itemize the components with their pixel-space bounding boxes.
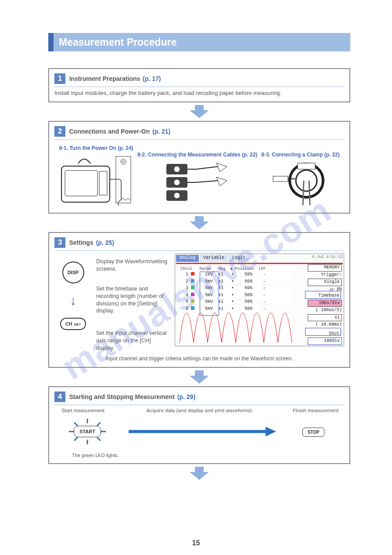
svg-rect-14	[298, 163, 315, 169]
svg-point-13	[296, 170, 317, 191]
timebase-value[interactable]: 10ms/div	[308, 300, 342, 307]
step-4-box: 4 Starting and Stopping Measurement (p. …	[48, 386, 350, 464]
scope-date: 8-Jul 9:51:22	[312, 255, 343, 259]
step-2-box: 2 Connections and Power-On (p. 21) 8-1. …	[48, 121, 350, 214]
step-3-link[interactable]: (p. 25)	[96, 239, 114, 246]
step-1-box: 1 Instrument Preparations (p. 17) Instal…	[48, 68, 350, 102]
table-row: 3 5mV x1 • 50% -	[180, 285, 266, 292]
svg-point-11	[174, 192, 180, 199]
highlight-shot	[305, 328, 341, 336]
shot-value[interactable]: 100div	[308, 337, 342, 345]
timebase-mag[interactable]: x1	[308, 314, 342, 322]
step3-text-2: Set the timebase and recording length (n…	[96, 285, 170, 315]
flow-arrow-icon	[190, 105, 209, 118]
ch-set-button[interactable]: CH .SET	[60, 318, 86, 330]
tab-analog[interactable]: Analog	[176, 255, 199, 262]
long-arrow-icon	[127, 425, 276, 438]
svg-rect-4	[116, 156, 131, 203]
flow-arrow-icon	[190, 467, 209, 480]
svg-marker-34	[266, 427, 276, 436]
trigger-value[interactable]: Single	[308, 279, 342, 286]
flow-arrow-icon	[190, 216, 209, 229]
step-4-link[interactable]: (p. 29)	[177, 393, 195, 400]
down-arrow-icon: ↓	[70, 293, 76, 308]
illustration-power-on: 8-1. Turn the Power On (p. 24)	[59, 145, 133, 207]
disp-button[interactable]: DISP	[62, 261, 84, 283]
tab-logic[interactable]: Logic	[229, 255, 249, 262]
illustration-caption: 8-2. Connecting the Measurement Cables (…	[137, 152, 257, 158]
svg-rect-2	[65, 170, 97, 196]
oscilloscope-screenshot: Analog Variable Logic 8-Jul 9:51:22	[175, 254, 344, 346]
illustration-caption: 8-3. Connecting a Clamp (p. 22)	[261, 152, 340, 158]
svg-marker-24	[190, 370, 209, 384]
stop-button[interactable]: STOP	[302, 428, 324, 437]
svg-marker-35	[190, 467, 209, 480]
step-3-number: 3	[54, 237, 65, 248]
table-row: 1 20V x1 • 50% -	[180, 271, 266, 278]
illustration-caption: 8-1. Turn the Power On (p. 24)	[59, 145, 133, 151]
ch-sublabel: .SET	[73, 323, 81, 326]
flow-arrow-icon	[190, 370, 209, 384]
step-1-body: Install input modules, charge the batter…	[54, 90, 344, 96]
acquire-label: Acquire data (and display and print wave…	[111, 408, 287, 413]
step-4-title: Starting and Stopping Measurement	[69, 393, 174, 400]
step-3-title: Settings	[69, 239, 93, 246]
stop-label: Finish measurement	[287, 408, 344, 413]
svg-point-7	[174, 166, 180, 172]
section-title-bar: Measurement Procedure	[48, 33, 350, 51]
mode-box[interactable]: MEMORY	[308, 264, 342, 272]
ch-label: CH	[65, 321, 72, 326]
table-row: 5 5mV x1 • 50% -	[180, 298, 266, 305]
table-row: 4 5mV x1 • 50% -	[180, 292, 266, 299]
step-2-number: 2	[54, 126, 65, 137]
step-1-title: Instrument Preparations	[69, 75, 140, 82]
start-button[interactable]: START	[74, 426, 101, 437]
step-2-link[interactable]: (p. 21)	[152, 128, 170, 135]
step-4-note: The green LED lights.	[54, 453, 344, 458]
svg-point-5	[121, 159, 126, 164]
start-label: Start measurement	[54, 408, 111, 413]
step-4-number: 4	[54, 392, 65, 402]
illustration-cables: 8-2. Connecting the Measurement Cables (…	[137, 152, 257, 207]
step3-text-1: Display the Waveform/setting screens.	[96, 258, 170, 273]
tab-variable[interactable]: Variable	[200, 255, 228, 262]
timebase-sub1: ( 100us/S)	[316, 308, 342, 312]
step-1-link[interactable]: (p. 17)	[143, 75, 161, 82]
highlight-range-column	[200, 272, 219, 316]
svg-line-30	[97, 423, 100, 425]
highlight-timebase	[305, 291, 341, 299]
step3-text-3: Set the input channel vertical axis rang…	[96, 330, 170, 352]
step-1-number: 1	[54, 73, 65, 84]
step-2-title: Connections and Power-On	[69, 128, 150, 135]
table-header: ChCol Range Mag ◆ Position LPF	[180, 266, 266, 271]
page-number: 15	[192, 539, 200, 547]
illustration-clamp: 8-3. Connecting a Clamp (p. 22)	[261, 152, 340, 207]
svg-point-9	[174, 179, 180, 185]
section-title: Measurement Procedure	[54, 33, 350, 51]
svg-line-32	[97, 438, 100, 440]
trigger-label: Trigger:	[321, 272, 342, 277]
step-3-box: 3 Settings (p. 25) DISP ↓ CH .SET Displa…	[48, 232, 350, 368]
table-row: 6 5mV x1 • 50% -	[180, 305, 266, 312]
svg-line-29	[75, 423, 77, 425]
svg-marker-17	[190, 216, 209, 229]
timebase-sub3: ( 10.00ms)	[316, 322, 342, 327]
svg-marker-0	[190, 105, 209, 118]
svg-line-31	[75, 438, 77, 440]
step-3-note: Input channel and trigger criteria setti…	[54, 355, 344, 362]
table-row: 2 5mV x1 • 50% -	[180, 278, 266, 285]
svg-rect-3	[99, 171, 107, 195]
svg-rect-15	[273, 176, 288, 181]
